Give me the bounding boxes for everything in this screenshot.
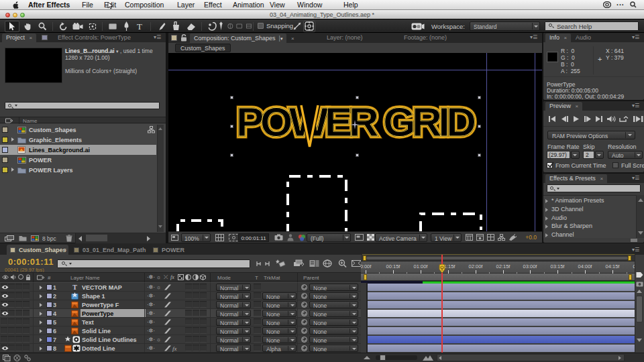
svg-text:T: T: [72, 284, 77, 291]
